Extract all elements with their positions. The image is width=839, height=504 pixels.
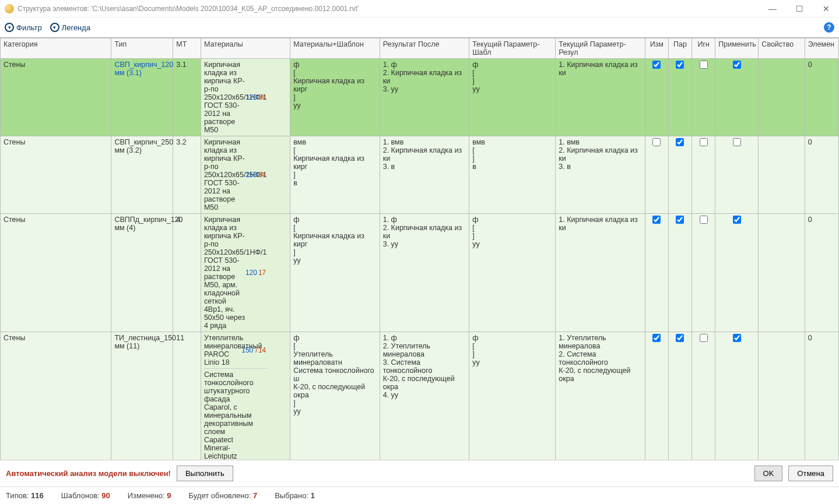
footer-bar: Автоматический анализ модели выключен! В… bbox=[0, 460, 839, 487]
apply-checkbox[interactable] bbox=[733, 216, 741, 224]
cell-apply bbox=[715, 214, 759, 332]
material-dimensions: 150714 bbox=[241, 346, 266, 354]
col-materials[interactable]: Материалы bbox=[201, 38, 290, 59]
cell-prop bbox=[759, 332, 805, 460]
cell-category: Стены bbox=[1, 59, 111, 136]
ign-checkbox[interactable] bbox=[700, 334, 708, 342]
cell-mt: 4 bbox=[173, 214, 201, 332]
table-row[interactable]: СтеныТИ_лестница_150 мм (11)11Утеплитель… bbox=[1, 332, 839, 460]
ok-button[interactable]: OK bbox=[754, 466, 783, 481]
window-controls: — ☐ ✕ bbox=[764, 4, 834, 13]
material-dimensions: 12034 bbox=[245, 93, 266, 101]
ign-checkbox[interactable] bbox=[700, 216, 708, 224]
cell-mt: 3.1 bbox=[173, 59, 201, 136]
cell-mat-tpl: ф[Кирпичная кладка из кирг]уу bbox=[290, 214, 380, 332]
titlebar: Структура элементов: 'C:\Users\asan\Docu… bbox=[0, 0, 839, 17]
cell-mat-tpl: ф[Кирпичная кладка из кирг]уу bbox=[290, 59, 380, 136]
run-button[interactable]: Выполнить bbox=[177, 466, 233, 481]
col-cur-tpl[interactable]: Текущий Параметр-Шабл bbox=[469, 38, 556, 59]
col-elem[interactable]: Элемен bbox=[805, 38, 838, 59]
cell-prop bbox=[759, 214, 805, 332]
apply-checkbox[interactable] bbox=[733, 334, 741, 342]
par-checkbox[interactable] bbox=[676, 334, 684, 342]
cell-mat-tpl: ф[Утеплитель минераловатнСистема тонкосл… bbox=[290, 332, 380, 460]
cell-mat-tpl: вмв[Кирпичная кладка из кирг]в bbox=[290, 136, 380, 214]
par-checkbox[interactable] bbox=[676, 138, 684, 146]
cell-apply bbox=[715, 59, 759, 136]
cell-elem: 0 bbox=[805, 59, 838, 136]
cell-result: 1. вмв2. Кирпичная кладка из ки3. в bbox=[380, 136, 469, 214]
chg-checkbox[interactable] bbox=[652, 334, 661, 342]
cell-cur-res: 1. вмв2. Кирпичная кладка из ки3. в bbox=[556, 136, 645, 214]
close-button[interactable]: ✕ bbox=[818, 4, 834, 13]
filter-button[interactable]: ▾ Фильтр bbox=[5, 23, 42, 32]
header-row: Категория Тип МТ Материалы Материалы+Шаб… bbox=[1, 38, 839, 59]
cell-mt: 11 bbox=[173, 332, 201, 460]
status-selected: Выбрано: 1 bbox=[275, 491, 315, 500]
cell-par bbox=[668, 332, 691, 460]
cell-mt: 3.2 bbox=[173, 136, 201, 214]
legend-button[interactable]: ▾ Легенда bbox=[50, 23, 90, 32]
cell-chg bbox=[645, 136, 668, 214]
cell-category: Стены bbox=[1, 332, 111, 460]
cell-par bbox=[668, 59, 691, 136]
col-ign[interactable]: Игн bbox=[692, 38, 715, 59]
table-row[interactable]: СтеныСВП_кирпич_250 мм (3.2)3.2Кирпичная… bbox=[1, 136, 839, 214]
data-grid[interactable]: Категория Тип МТ Материалы Материалы+Шаб… bbox=[0, 37, 839, 460]
cell-result: 1. ф2. Кирпичная кладка из ки3. уу bbox=[380, 214, 469, 332]
chg-checkbox[interactable] bbox=[652, 216, 661, 224]
cell-elem: 0 bbox=[805, 332, 838, 460]
minimize-button[interactable]: — bbox=[764, 4, 781, 13]
cell-chg bbox=[645, 59, 668, 136]
material-dimensions: 12017 bbox=[245, 269, 266, 277]
apply-checkbox[interactable] bbox=[733, 138, 741, 146]
col-category[interactable]: Категория bbox=[1, 38, 111, 59]
col-mt[interactable]: МТ bbox=[173, 38, 201, 59]
ign-checkbox[interactable] bbox=[700, 138, 708, 146]
cell-cur-res: 1. Кирпичная кладка из ки bbox=[556, 214, 645, 332]
chevron-down-icon: ▾ bbox=[5, 23, 14, 32]
help-icon[interactable]: ? bbox=[824, 22, 834, 33]
cell-materials: Утеплитель минераловатный PAROC Linio 18… bbox=[201, 332, 290, 460]
cell-materials: Кирпичная кладка из кирпича КР-р-по 250х… bbox=[201, 214, 290, 332]
cell-result: 1. ф2. Кирпичная кладка из ки3. уу bbox=[380, 59, 469, 136]
cell-materials: Кирпичная кладка из кирпича КР-р-по 250х… bbox=[201, 136, 290, 214]
col-mat-tpl[interactable]: Материалы+Шаблон bbox=[290, 38, 380, 59]
par-checkbox[interactable] bbox=[676, 216, 684, 224]
chg-checkbox[interactable] bbox=[652, 61, 661, 69]
col-prop[interactable]: Свойство bbox=[759, 38, 805, 59]
cell-result: 1. ф2. Утеплитель минералова3. Система т… bbox=[380, 332, 469, 460]
table-row[interactable]: СтеныСВППд_кирпич_120 мм (4)4Кирпичная к… bbox=[1, 214, 839, 332]
col-type[interactable]: Тип bbox=[111, 38, 173, 59]
cell-category: Стены bbox=[1, 136, 111, 214]
cell-type: СВППд_кирпич_120 мм (4) bbox=[111, 214, 173, 332]
chg-checkbox[interactable] bbox=[652, 138, 661, 146]
col-apply[interactable]: Применить bbox=[715, 38, 759, 59]
cancel-button[interactable]: Отмена bbox=[788, 466, 833, 481]
app-icon bbox=[5, 4, 14, 13]
filter-label: Фильтр bbox=[16, 23, 42, 32]
col-chg[interactable]: Изм bbox=[645, 38, 668, 59]
cell-chg bbox=[645, 332, 668, 460]
chevron-down-icon: ▾ bbox=[50, 23, 59, 32]
status-changed: Изменено: 9 bbox=[128, 491, 171, 500]
ign-checkbox[interactable] bbox=[700, 61, 708, 69]
cell-elem: 0 bbox=[805, 136, 838, 214]
col-cur-res[interactable]: Текущий Параметр-Резул bbox=[556, 38, 645, 59]
col-result[interactable]: Результат После bbox=[380, 38, 469, 59]
cell-type: СВП_кирпич_120 мм (3.1) bbox=[111, 59, 173, 136]
apply-checkbox[interactable] bbox=[733, 61, 741, 69]
cell-type: СВП_кирпич_250 мм (3.2) bbox=[111, 136, 173, 214]
status-bar: Типов: 116 Шаблонов: 90 Изменено: 9 Буде… bbox=[0, 487, 839, 504]
cell-par bbox=[668, 136, 691, 214]
cell-ign bbox=[692, 332, 715, 460]
cell-type: ТИ_лестница_150 мм (11) bbox=[111, 332, 173, 460]
cell-category: Стены bbox=[1, 214, 111, 332]
cell-apply bbox=[715, 136, 759, 214]
status-templates: Шаблонов: 90 bbox=[61, 491, 110, 500]
cell-cur-res: 1. Утеплитель минералова2. Система тонко… bbox=[556, 332, 645, 460]
table-row[interactable]: СтеныСВП_кирпич_120 мм (3.1)3.1Кирпичная… bbox=[1, 59, 839, 136]
maximize-button[interactable]: ☐ bbox=[791, 4, 808, 13]
col-par[interactable]: Пар bbox=[668, 38, 691, 59]
par-checkbox[interactable] bbox=[676, 61, 684, 69]
